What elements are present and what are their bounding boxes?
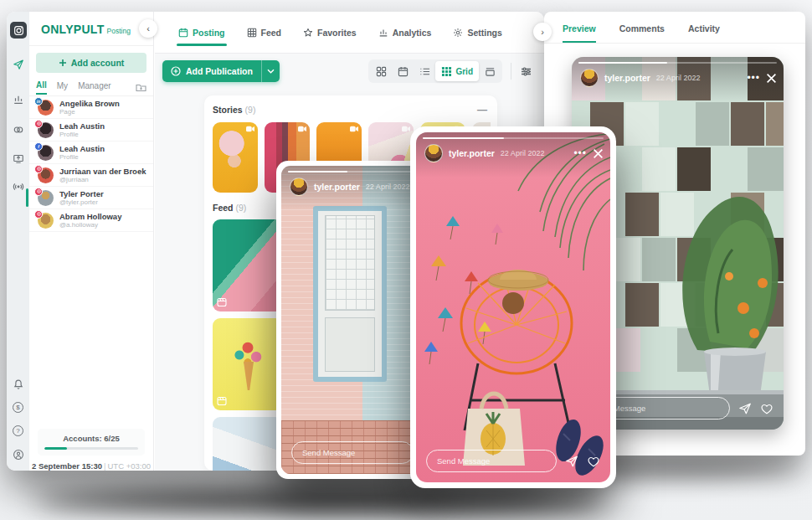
close-icon[interactable]	[766, 73, 777, 84]
instagram-badge-icon	[34, 188, 43, 196]
tab-favorites[interactable]: Favorites	[303, 12, 357, 53]
accounts-sidebar: ONLYPULTPosting Add account All My Manag…	[29, 12, 154, 471]
tab-settings[interactable]: Settings	[453, 12, 501, 53]
add-publication-label: Add Publication	[186, 66, 253, 76]
add-account-button[interactable]: Add account	[36, 53, 146, 73]
account-row[interactable]: in Angelika BrownPage	[29, 96, 153, 119]
more-options-icon[interactable]: •••	[573, 151, 587, 156]
list-view-icon[interactable]	[414, 61, 435, 81]
tab-posting[interactable]: Posting	[178, 12, 225, 53]
send-plane-icon[interactable]	[565, 455, 578, 468]
bell-icon[interactable]	[7, 378, 29, 390]
story-view-icon[interactable]	[479, 61, 501, 81]
more-options-icon[interactable]: •••	[747, 75, 760, 80]
send-plane-icon[interactable]	[738, 402, 752, 415]
avatar: in	[38, 100, 54, 116]
tab-feed[interactable]: Feed	[247, 12, 282, 53]
toolbar: Add Publication Grid	[155, 54, 544, 89]
account-name: Leah Austin	[59, 144, 105, 153]
grid-view-icon	[441, 66, 452, 77]
story-username: tyler.porter	[604, 73, 650, 83]
account-name: Abram Holloway	[59, 212, 121, 221]
account-row[interactable]: Jurriaan van der Broek@jurriaan	[29, 164, 153, 187]
filters-sliders-icon[interactable]	[520, 65, 532, 78]
add-publication-dropdown[interactable]	[261, 60, 280, 82]
account-handle: Page	[59, 108, 120, 116]
account-name: Jurriaan van der Broek	[59, 167, 146, 176]
instagram-logo-icon[interactable]	[10, 22, 27, 39]
utc-offset: UTC +03:00	[107, 461, 151, 471]
close-icon[interactable]	[593, 148, 604, 159]
accounts-usage-fill	[44, 447, 67, 450]
top-navigation: Posting Feed Favorites Analytics Setting…	[155, 12, 544, 54]
heart-icon[interactable]	[587, 455, 600, 468]
add-publication-button[interactable]: Add Publication	[162, 60, 280, 82]
tab-comments[interactable]: Comments	[619, 23, 665, 43]
analytics-bars-icon[interactable]	[7, 94, 29, 106]
folder-icon[interactable]	[136, 83, 146, 92]
screen-share-icon[interactable]	[7, 152, 29, 164]
panel-expand-button[interactable]: ›	[533, 23, 552, 41]
account-row[interactable]: f Leah AustinProfile	[29, 142, 153, 164]
profile-icon[interactable]	[7, 449, 29, 461]
story-date: 22 April 2022	[656, 74, 701, 82]
billing-dollar-icon[interactable]: $	[7, 402, 29, 413]
story-thumbnail[interactable]	[213, 122, 258, 193]
link-icon[interactable]	[7, 124, 29, 136]
tab-analytics[interactable]: Analytics	[378, 12, 432, 53]
account-handle: Profile	[59, 131, 105, 139]
paperplane-icon[interactable]	[7, 59, 29, 70]
collapse-section-icon[interactable]: —	[477, 104, 487, 116]
story-username: tyler.porter	[314, 182, 360, 192]
avatar	[38, 213, 54, 229]
linkedin-badge-icon: in	[34, 97, 43, 106]
dashboard-view-icon[interactable]	[370, 61, 392, 81]
send-message-input[interactable]: Send Message	[426, 450, 557, 472]
feed-item[interactable]	[213, 318, 283, 410]
star-icon	[303, 28, 313, 38]
account-row-selected[interactable]: Tyler Porter@tyler.porter	[29, 187, 153, 209]
story-footer: Send Message	[281, 441, 424, 474]
current-datetime: 2 September 15:30	[32, 461, 102, 471]
coconut	[502, 292, 524, 314]
sidebar-collapse-button[interactable]: ‹	[139, 19, 157, 38]
account-row[interactable]: Leah AustinProfile	[29, 119, 153, 142]
story-header: tyler.porter 22 April 2022 •••	[572, 57, 784, 102]
story-avatar	[424, 144, 443, 162]
feed-item[interactable]	[213, 219, 283, 311]
datetime-bar: 2 September 15:30|UTC +03:00	[29, 461, 153, 471]
brand-header: ONLYPULTPosting	[29, 12, 153, 46]
filter-tab-all[interactable]: All	[36, 80, 47, 95]
instagram-badge-icon	[34, 120, 43, 128]
story-progress-bar	[578, 62, 667, 64]
door-photo	[281, 166, 424, 474]
calendar-view-icon[interactable]	[392, 61, 414, 81]
calendar-icon	[178, 28, 188, 38]
video-clapper-icon	[217, 396, 227, 406]
story-date: 22 April 2022	[366, 183, 410, 191]
feed-item[interactable]	[213, 417, 283, 471]
filter-tab-my[interactable]: My	[57, 81, 68, 94]
tab-preview[interactable]: Preview	[563, 23, 596, 43]
heart-icon[interactable]	[760, 402, 773, 415]
grid-view-button[interactable]: Grid	[435, 61, 479, 81]
add-account-label: Add account	[71, 58, 125, 68]
avatar	[38, 190, 54, 206]
accounts-usage-label: Accounts: 6/25	[44, 434, 138, 443]
video-camera-icon	[350, 126, 358, 132]
tab-label: Settings	[467, 28, 501, 38]
account-handle: Profile	[59, 153, 105, 162]
view-switcher: Grid	[368, 59, 502, 83]
avatar	[38, 122, 54, 138]
pink-chair-photo	[416, 132, 610, 482]
tab-activity[interactable]: Activity	[688, 23, 720, 43]
story-header: tyler.porter 22 April 2022	[281, 166, 424, 211]
tab-label: Favorites	[317, 28, 357, 38]
account-row[interactable]: Abram Holloway@a.holloway	[29, 209, 153, 232]
help-question-icon[interactable]: ?	[7, 425, 29, 436]
toolbar-divider	[511, 63, 511, 80]
stories-title: Stories	[213, 105, 243, 115]
filter-tab-manager[interactable]: Manager	[78, 81, 110, 94]
send-message-input[interactable]: Send Message	[291, 441, 414, 464]
gear-icon	[453, 28, 463, 38]
